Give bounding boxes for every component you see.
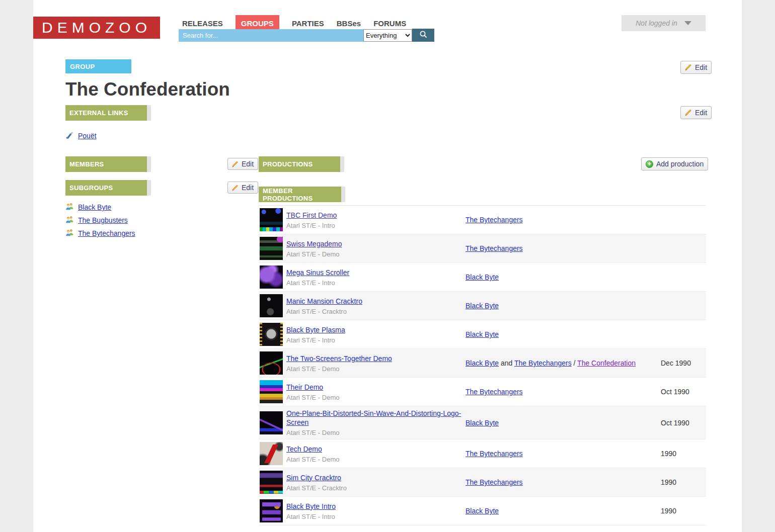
author-link[interactable]: Black Byte	[466, 359, 499, 367]
pencil-icon	[685, 64, 692, 71]
production-row: Sim City Cracktro Atari ST/E - Cracktro …	[259, 468, 706, 497]
production-thumbnail[interactable]	[260, 208, 283, 231]
production-title-link[interactable]: Mega Sinus Scroller	[286, 269, 349, 277]
page-title: The Confederation	[65, 79, 230, 100]
production-date: Dec 1990	[661, 359, 706, 367]
production-platform-type: Atari ST/E - Intro	[286, 222, 466, 229]
group-people-icon	[65, 202, 74, 212]
production-title-link[interactable]: Black Byte Intro	[286, 502, 336, 510]
production-platform-type: Atari ST/E - Intro	[286, 513, 466, 520]
production-date: 1990	[661, 450, 706, 458]
production-authors: Black Byte and The Bytechangers / The Co…	[466, 359, 661, 367]
production-title-link[interactable]: Swiss Megademo	[286, 240, 342, 248]
pouet-icon	[65, 131, 74, 141]
subgroup-link[interactable]: Black Byte	[78, 203, 111, 211]
edit-external-links-button[interactable]: Edit	[680, 106, 712, 119]
subgroup-item: The Bytechangers	[65, 227, 135, 240]
subgroup-link[interactable]: The Bytechangers	[78, 229, 135, 237]
production-authors: Black Byte	[466, 302, 661, 310]
production-thumbnail[interactable]	[260, 237, 283, 260]
search-input[interactable]	[179, 29, 363, 42]
group-type-badge: GROUP	[65, 59, 131, 73]
pouet-link[interactable]: Pouët	[78, 132, 97, 140]
demozoo-logo[interactable]: DEMOZOO	[33, 17, 160, 39]
edit-members-button[interactable]: Edit	[227, 158, 258, 170]
production-platform-type: Atari ST/E - Demo	[286, 429, 466, 436]
search-bar: Everything	[179, 29, 434, 42]
production-platform-type: Atari ST/E - Demo	[286, 250, 466, 258]
author-link[interactable]: Black Byte	[466, 330, 499, 338]
search-button[interactable]	[412, 29, 434, 42]
production-platform-type: Atari ST/E - Demo	[286, 365, 466, 373]
production-row: One-Plane-Bit-Distorted-Sin-Wave-And-Dis…	[259, 406, 706, 439]
production-authors: The Bytechangers	[466, 388, 661, 396]
author-link[interactable]: The Bytechangers	[514, 359, 572, 367]
nav-item-bbses[interactable]: BBSes	[337, 19, 361, 28]
author-link[interactable]: The Confederation	[577, 359, 636, 367]
nav-item-forums[interactable]: FORUMS	[373, 19, 406, 28]
production-title-link[interactable]: Black Byte Plasma	[286, 326, 345, 334]
author-link[interactable]: The Bytechangers	[466, 216, 523, 224]
nav-item-parties[interactable]: PARTIES	[292, 19, 324, 28]
production-title-link[interactable]: The Two-Screens-Together Demo	[286, 354, 392, 363]
production-title-link[interactable]: One-Plane-Bit-Distorted-Sin-Wave-And-Dis…	[286, 409, 461, 426]
pencil-icon	[685, 109, 692, 116]
production-row: Black Byte Plasma Atari ST/E - Intro Bla…	[259, 320, 706, 349]
subgroup-link[interactable]: The Bugbusters	[78, 216, 128, 224]
edit-group-button[interactable]: Edit	[680, 61, 712, 74]
production-row: TBC First Demo Atari ST/E - Intro The By…	[259, 206, 706, 234]
nav-item-releases[interactable]: RELEASES	[182, 19, 223, 28]
production-platform-type: Atari ST/E - Cracktro	[286, 484, 466, 492]
production-title-link[interactable]: Manic Mansion Cracktro	[286, 297, 362, 305]
production-authors: The Bytechangers	[466, 478, 661, 486]
subgroups-heading: SUBGROUPS	[65, 180, 147, 196]
production-row: Mega Sinus Scroller Atari ST/E - Intro B…	[259, 263, 706, 292]
production-authors: Black Byte	[466, 330, 661, 338]
edit-subgroups-button[interactable]: Edit	[227, 182, 258, 194]
user-menu[interactable]: Not logged in	[622, 15, 706, 31]
external-link-item: Pouët	[65, 131, 97, 141]
page: DEMOZOO RELEASESGROUPSPARTIESBBSesFORUMS…	[33, 0, 742, 532]
production-authors: Black Byte	[466, 507, 661, 515]
author-link[interactable]: Black Byte	[466, 273, 499, 281]
production-thumbnail[interactable]	[260, 323, 283, 346]
member-productions-table: TBC First Demo Atari ST/E - Intro The By…	[259, 205, 706, 525]
author-link[interactable]: Black Byte	[466, 302, 499, 310]
production-thumbnail[interactable]	[260, 442, 283, 465]
subgroup-item: The Bugbusters	[65, 214, 135, 227]
production-date: 1990	[661, 507, 706, 515]
group-people-icon	[65, 215, 74, 225]
production-thumbnail[interactable]	[260, 471, 283, 494]
production-title-link[interactable]: Their Demo	[286, 383, 323, 391]
author-link[interactable]: The Bytechangers	[466, 478, 523, 486]
production-thumbnail[interactable]	[260, 351, 283, 375]
production-date: Oct 1990	[661, 388, 706, 396]
production-authors: Black Byte	[466, 273, 661, 281]
production-title-link[interactable]: TBC First Demo	[286, 211, 337, 219]
pencil-icon	[232, 161, 239, 167]
author-link[interactable]: Black Byte	[466, 507, 499, 515]
plus-circle-icon: +	[646, 160, 653, 168]
production-title-link[interactable]: Tech Demo	[286, 445, 322, 453]
production-platform-type: Atari ST/E - Cracktro	[286, 308, 466, 315]
search-scope-select[interactable]: Everything	[363, 29, 412, 42]
production-thumbnail[interactable]	[260, 294, 283, 317]
author-link[interactable]: The Bytechangers	[466, 244, 523, 252]
add-production-button[interactable]: + Add production	[641, 157, 708, 170]
production-thumbnail[interactable]	[260, 265, 283, 289]
production-thumbnail[interactable]	[260, 380, 283, 403]
production-title-link[interactable]: Sim City Cracktro	[286, 474, 341, 482]
production-platform-type: Atari ST/E - Demo	[286, 456, 466, 463]
production-thumbnail[interactable]	[260, 499, 283, 522]
production-platform-type: Atari ST/E - Intro	[286, 279, 466, 287]
production-authors: The Bytechangers	[466, 244, 661, 252]
production-authors: The Bytechangers	[466, 216, 661, 224]
production-row: Their Demo Atari ST/E - Demo The Bytecha…	[259, 378, 706, 406]
production-thumbnail[interactable]	[260, 411, 283, 434]
author-link[interactable]: The Bytechangers	[466, 388, 523, 396]
author-link[interactable]: Black Byte	[466, 419, 499, 427]
production-authors: The Bytechangers	[466, 450, 661, 458]
author-link[interactable]: The Bytechangers	[466, 450, 523, 458]
production-authors: Black Byte	[466, 419, 661, 427]
production-row: Black Byte Intro Atari ST/E - Intro Blac…	[259, 497, 706, 525]
